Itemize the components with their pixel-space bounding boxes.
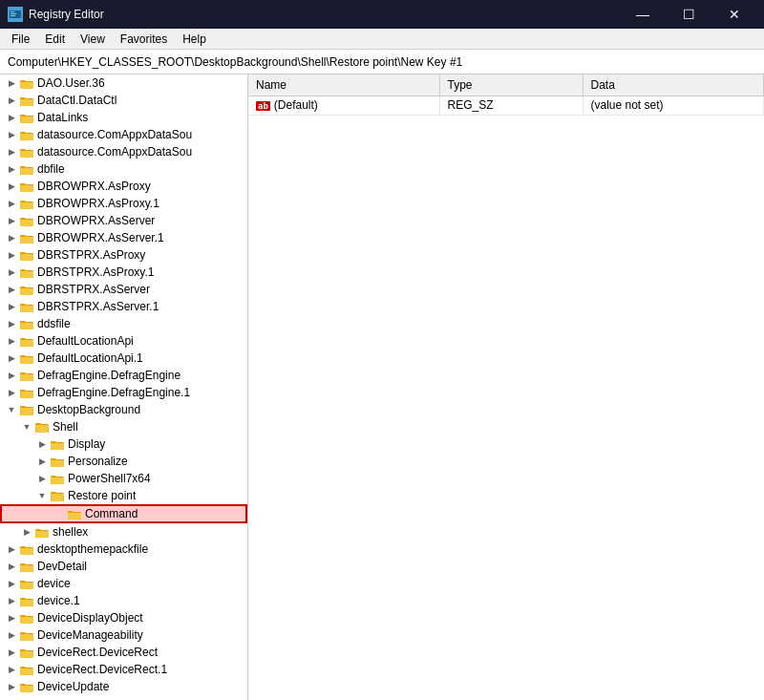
- address-bar: Computer\HKEY_CLASSES_ROOT\DesktopBackgr…: [0, 50, 764, 74]
- folder-icon-display: [50, 437, 65, 451]
- expand-icon-dbrstprx2[interactable]: [4, 265, 19, 280]
- expand-icon-devicemgmt[interactable]: [4, 627, 19, 643]
- tree-item-dbrstprx3[interactable]: DBRSTPRX.AsServer: [0, 281, 247, 298]
- expand-icon-restorepoint[interactable]: [34, 488, 50, 503]
- tree-item-devicemgmt[interactable]: DeviceManageability: [0, 626, 247, 644]
- reg-data: (value not set): [583, 95, 764, 115]
- menu-help[interactable]: Help: [175, 31, 214, 48]
- tree-item-restorepoint[interactable]: Restore point: [0, 487, 247, 504]
- tree-item-defaultloc1[interactable]: DefaultLocationApi.1: [0, 350, 247, 367]
- table-row[interactable]: ab(Default)REG_SZ(value not set): [248, 95, 764, 115]
- tree-item-datactl[interactable]: DataCtl.DataCtl: [0, 92, 247, 109]
- folder-icon-devicerect: [19, 646, 34, 659]
- expand-icon-dbfile[interactable]: [4, 161, 19, 177]
- menu-favorites[interactable]: Favorites: [113, 31, 175, 48]
- tree-label-dbrstprx4: DBRSTPRX.AsServer.1: [37, 300, 159, 313]
- tree-item-dbfile[interactable]: dbfile: [0, 160, 247, 178]
- expand-icon-deviceupdate[interactable]: [4, 679, 19, 694]
- menu-view[interactable]: View: [73, 31, 113, 48]
- tree-item-shell[interactable]: Shell: [0, 418, 247, 435]
- folder-icon-devicemgmt: [19, 628, 34, 642]
- folder-icon-ddsfile: [19, 317, 34, 330]
- tree-item-devicerect[interactable]: DeviceRect.DeviceRect: [0, 644, 247, 661]
- tree-item-desktoptheme[interactable]: desktopthemepackfile: [0, 541, 247, 558]
- tree-label-restorepoint: Restore point: [68, 489, 136, 502]
- tree-item-dbrowprx1[interactable]: DBROWPRX.AsProxy: [0, 178, 247, 195]
- tree-item-dbrstprx2[interactable]: DBRSTPRX.AsProxy.1: [0, 264, 247, 281]
- close-button[interactable]: ✕: [712, 0, 756, 29]
- expand-icon-shellex[interactable]: [19, 524, 34, 540]
- tree-item-datasource1[interactable]: datasource.ComAppxDataSou: [0, 126, 247, 143]
- tree-item-defaultloc[interactable]: DefaultLocationApi: [0, 332, 247, 350]
- maximize-button[interactable]: ☐: [667, 0, 711, 29]
- expand-icon-display[interactable]: [34, 436, 50, 452]
- expand-icon-datalinks[interactable]: [4, 110, 19, 125]
- folder-icon-dbrowprx1: [19, 180, 34, 193]
- tree-label-dbrstprx1: DBRSTPRX.AsProxy: [37, 248, 145, 262]
- expand-icon-dbrowprx4[interactable]: [4, 230, 19, 245]
- expand-icon-datactl[interactable]: [4, 93, 19, 108]
- expand-icon-dao[interactable]: [4, 75, 19, 91]
- expand-icon-shell[interactable]: [19, 419, 34, 435]
- expand-icon-device[interactable]: [4, 576, 19, 591]
- tree-item-defrag1[interactable]: DefragEngine.DefragEngine: [0, 367, 247, 384]
- menu-file[interactable]: File: [4, 31, 37, 48]
- tree-item-personalize[interactable]: Personalize: [0, 453, 247, 470]
- tree-item-dbrowprx2[interactable]: DBROWPRX.AsProxy.1: [0, 195, 247, 212]
- tree-item-dbrstprx4[interactable]: DBRSTPRX.AsServer.1: [0, 298, 247, 315]
- expand-icon-datasource2[interactable]: [4, 144, 19, 159]
- folder-icon-dbrowprx4: [19, 231, 34, 244]
- tree-item-devdetail[interactable]: DevDetail: [0, 558, 247, 575]
- expand-icon-defaultloc1[interactable]: [4, 350, 19, 366]
- tree-item-devicedisp[interactable]: DeviceDisplayObject: [0, 609, 247, 626]
- tree-item-devicerect1[interactable]: DeviceRect.DeviceRect.1: [0, 661, 247, 678]
- tree-item-dbrstprx1[interactable]: DBRSTPRX.AsProxy: [0, 246, 247, 264]
- minimize-button[interactable]: —: [621, 0, 665, 29]
- tree-item-dao[interactable]: DAO.User.36: [0, 74, 247, 92]
- expand-icon-dbrstprx4[interactable]: [4, 299, 19, 314]
- tree-item-display[interactable]: Display: [0, 435, 247, 453]
- expand-icon-devicerect1[interactable]: [4, 662, 19, 677]
- expand-icon-dbrowprx2[interactable]: [4, 196, 19, 211]
- expand-icon-devicerect[interactable]: [4, 645, 19, 660]
- menu-edit[interactable]: Edit: [37, 31, 73, 48]
- tree-item-shellex[interactable]: shellex: [0, 523, 247, 541]
- expand-icon-defaultloc[interactable]: [4, 333, 19, 349]
- folder-icon-devicedisp: [19, 611, 34, 625]
- tree-label-defaultloc: DefaultLocationApi: [37, 334, 134, 348]
- tree-item-device[interactable]: device: [0, 575, 247, 592]
- expand-icon-dbrstprx1[interactable]: [4, 247, 19, 263]
- tree-item-datasource2[interactable]: datasource.ComAppxDataSou: [0, 143, 247, 160]
- expand-icon-personalize[interactable]: [34, 454, 50, 469]
- expand-icon-desktoptheme[interactable]: [4, 541, 19, 557]
- tree-item-ddsfile[interactable]: ddsfile: [0, 315, 247, 332]
- expand-icon-desktopbg[interactable]: [4, 402, 19, 417]
- expand-icon-command[interactable]: [52, 506, 67, 521]
- tree-item-device1[interactable]: device.1: [0, 592, 247, 609]
- expand-icon-defrag2[interactable]: [4, 385, 19, 400]
- expand-icon-device1[interactable]: [4, 593, 19, 608]
- tree-label-shell: Shell: [53, 420, 78, 434]
- expand-icon-ddsfile[interactable]: [4, 316, 19, 331]
- tree-item-dbrowprx3[interactable]: DBROWPRX.AsServer: [0, 212, 247, 229]
- tree-item-datalinks[interactable]: DataLinks: [0, 109, 247, 126]
- folder-icon-defrag1: [19, 369, 34, 382]
- expand-icon-datasource1[interactable]: [4, 127, 19, 142]
- expand-icon-defrag1[interactable]: [4, 368, 19, 383]
- tree-item-powershell[interactable]: PowerShell7x64: [0, 470, 247, 487]
- expand-icon-devdetail[interactable]: [4, 559, 19, 574]
- app-icon: [8, 7, 23, 22]
- tree-item-command[interactable]: Command: [0, 504, 247, 523]
- expand-icon-dbrowprx3[interactable]: [4, 213, 19, 228]
- expand-icon-dbrstprx3[interactable]: [4, 282, 19, 297]
- tree-item-dbrowprx4[interactable]: DBROWPRX.AsServer.1: [0, 229, 247, 246]
- expand-icon-powershell[interactable]: [34, 471, 50, 486]
- tree-item-defrag2[interactable]: DefragEngine.DefragEngine.1: [0, 384, 247, 401]
- tree-label-devicerect: DeviceRect.DeviceRect: [37, 646, 158, 659]
- expand-icon-devicedisp[interactable]: [4, 610, 19, 626]
- expand-icon-dbrowprx1[interactable]: [4, 179, 19, 194]
- tree-label-dbrstprx2: DBRSTPRX.AsProxy.1: [37, 265, 154, 279]
- tree-item-deviceupdate[interactable]: DeviceUpdate: [0, 678, 247, 695]
- tree-panel[interactable]: DAO.User.36 DataCtl.DataCtl DataLinks da…: [0, 74, 248, 700]
- tree-item-desktopbg[interactable]: DesktopBackground: [0, 401, 247, 418]
